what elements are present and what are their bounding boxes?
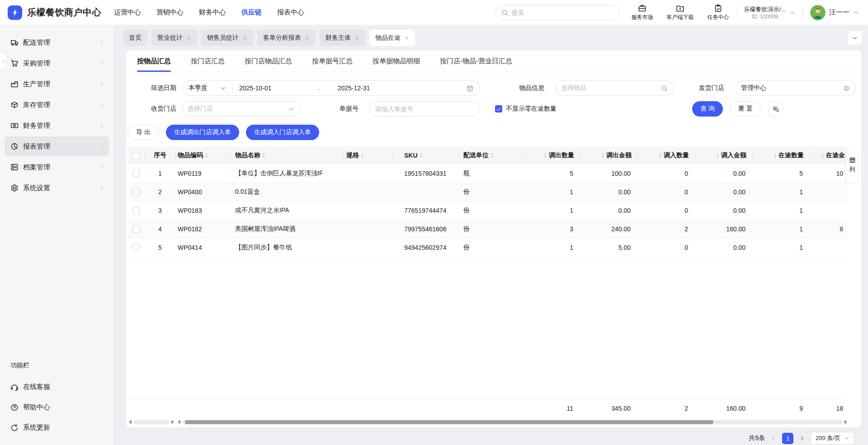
scrollbar-track[interactable] xyxy=(133,420,170,424)
scroll-left-arrow[interactable] xyxy=(178,420,180,424)
table-header-cell[interactable] xyxy=(127,146,145,164)
table-header-cell[interactable]: 调入金额 xyxy=(695,146,753,164)
tab-finance-entity[interactable]: 财务主体 xyxy=(320,30,365,46)
current-page-button[interactable]: 1 xyxy=(782,433,793,444)
table-header-cell[interactable]: 调出金额 xyxy=(580,146,638,164)
sort-icon[interactable] xyxy=(490,153,494,158)
subtab-by-store[interactable]: 按门店汇总 xyxy=(191,51,225,72)
sort-icon[interactable] xyxy=(773,153,777,158)
next-page-button[interactable] xyxy=(799,435,805,441)
tab-close-icon[interactable] xyxy=(186,36,191,41)
search-input[interactable] xyxy=(512,9,614,16)
nav-supply-chain[interactable]: 供应链 xyxy=(241,8,262,17)
table-header-cell[interactable]: 物品名称 xyxy=(230,146,344,164)
export-button[interactable]: 导 出 xyxy=(127,125,159,140)
nav-finance[interactable]: 财务中心 xyxy=(199,8,226,17)
doc-no-input[interactable] xyxy=(375,105,474,112)
tab-close-icon[interactable] xyxy=(305,36,310,41)
generate-inbound-transfer-button[interactable]: 生成调入门店调入单 xyxy=(246,125,319,140)
sidebar-item-delivery[interactable]: 配送管理 xyxy=(5,33,109,52)
sort-icon[interactable] xyxy=(204,153,208,158)
row-checkbox[interactable] xyxy=(132,207,140,214)
reset-button[interactable]: 重 置 xyxy=(730,101,761,117)
advanced-filter-button[interactable] xyxy=(768,101,783,117)
scroll-right-arrow[interactable] xyxy=(171,420,174,424)
generate-outbound-transfer-button[interactable]: 生成调出门店调入单 xyxy=(166,125,239,140)
scroll-left-arrow[interactable] xyxy=(129,420,132,424)
system-update[interactable]: 系统更新 xyxy=(0,417,113,438)
tenant-switcher[interactable]: 乐檬餐饮演示/... ID: 100009 xyxy=(744,5,795,20)
date-range-picker[interactable]: 本季度 2025-10-01 → 2025-12-31 xyxy=(182,80,480,96)
row-checkbox[interactable] xyxy=(132,225,140,233)
sort-icon[interactable] xyxy=(601,153,605,158)
ship-store-select[interactable]: 管理中心 xyxy=(735,80,856,96)
sidebar-item-production[interactable]: 生产管理 xyxy=(5,74,109,94)
sort-icon[interactable] xyxy=(716,153,720,158)
column-settings-button[interactable]: 列 xyxy=(845,152,859,183)
sidebar-item-purchasing[interactable]: 采购管理 xyxy=(5,53,109,73)
tab-items-in-transit[interactable]: 物品在途 xyxy=(369,30,415,46)
row-checkbox[interactable] xyxy=(132,188,140,196)
tab-customer-order-analysis[interactable]: 客单分析报表 xyxy=(257,30,316,46)
tab-home[interactable]: 首页 xyxy=(123,30,147,46)
sidebar-item-finance[interactable]: 财务管理 xyxy=(5,116,109,136)
sort-icon[interactable] xyxy=(658,153,662,158)
query-button[interactable]: 查 询 xyxy=(692,101,723,117)
subtab-by-item[interactable]: 按物品汇总 xyxy=(137,51,171,72)
nav-operations[interactable]: 运营中心 xyxy=(114,8,141,17)
nav-marketing[interactable]: 营销中心 xyxy=(156,8,184,17)
online-support[interactable]: 在线客服 xyxy=(0,377,113,397)
help-center[interactable]: 帮助中心 xyxy=(0,397,113,417)
tab-list-button[interactable] xyxy=(848,31,862,45)
table-header-cell[interactable]: 调入数量 xyxy=(638,146,695,164)
task-center-button[interactable]: 任务中心 xyxy=(708,4,729,21)
hide-zero-checkbox-wrap[interactable]: 不显示零在途数量 xyxy=(495,105,557,113)
subtab-by-doc-item-detail[interactable]: 按单据物品明细 xyxy=(373,51,420,72)
scroll-right-arrow[interactable] xyxy=(844,420,847,424)
table-header-cell[interactable]: SKU xyxy=(393,146,458,164)
page-size-select[interactable]: 200 条/页 xyxy=(811,432,854,445)
sort-icon[interactable] xyxy=(543,153,547,158)
sidebar-collapse-handle[interactable] xyxy=(0,52,7,70)
prev-page-button[interactable] xyxy=(770,435,777,441)
tab-close-icon[interactable] xyxy=(354,36,359,41)
sidebar-item-reports[interactable]: 报表管理 xyxy=(5,136,109,156)
tab-close-icon[interactable] xyxy=(404,36,409,41)
service-market-button[interactable]: 服务市场 xyxy=(632,4,653,21)
recv-store-select[interactable]: 选择门店 xyxy=(182,101,301,117)
subtab-by-doc-no[interactable]: 按单据号汇总 xyxy=(312,51,353,72)
hide-zero-checkbox[interactable] xyxy=(495,105,502,112)
item-select[interactable]: 选择物品 xyxy=(555,80,674,96)
sidebar-item-inventory[interactable]: 库存管理 xyxy=(5,95,109,115)
sort-icon[interactable] xyxy=(821,153,825,158)
table-header-cell[interactable]: 在途金额 xyxy=(810,146,847,164)
row-checkbox[interactable] xyxy=(132,244,140,251)
nav-report-center[interactable]: 报表中心 xyxy=(277,8,304,17)
clear-icon[interactable] xyxy=(843,85,850,92)
sidebar-item-settings[interactable]: 系统设置 xyxy=(5,178,109,198)
global-search[interactable] xyxy=(495,5,620,20)
user-menu[interactable]: 汪一一 xyxy=(810,5,859,20)
client-download-button[interactable]: 客户端下载 xyxy=(667,4,694,21)
row-checkbox[interactable] xyxy=(132,170,140,177)
sidebar-item-archives[interactable]: 档案管理 xyxy=(5,157,109,177)
sort-icon[interactable] xyxy=(262,153,266,158)
scrollbar-thumb[interactable] xyxy=(185,420,713,424)
tab-salesperson-stats[interactable]: 销售员统计 xyxy=(201,30,253,46)
table-header-cell[interactable]: 序号 xyxy=(145,146,175,164)
table-header-cell[interactable]: 调出数量 xyxy=(523,146,580,164)
tab-close-icon[interactable] xyxy=(242,36,247,41)
select-all-checkbox[interactable] xyxy=(132,152,140,159)
scrollbar-track[interactable] xyxy=(182,420,843,424)
sort-icon[interactable] xyxy=(419,153,423,158)
date-start-field[interactable]: 2025-10-01 xyxy=(239,84,272,92)
date-preset-select[interactable]: 本季度 xyxy=(189,84,232,92)
date-end-field[interactable]: 2025-12-31 xyxy=(338,84,370,92)
subtab-by-store-item-bizday[interactable]: 按门店-物品-营业日汇总 xyxy=(440,51,512,72)
table-header-cell[interactable]: 在途数量 xyxy=(753,146,810,164)
table-header-cell[interactable]: 物品编码 xyxy=(175,146,230,164)
table-header-cell[interactable]: 规格 xyxy=(344,146,393,164)
tab-business-stats[interactable]: 营业统计 xyxy=(151,30,197,46)
sort-icon[interactable] xyxy=(360,153,364,158)
table-header-cell[interactable]: 配送单位 xyxy=(458,146,523,164)
